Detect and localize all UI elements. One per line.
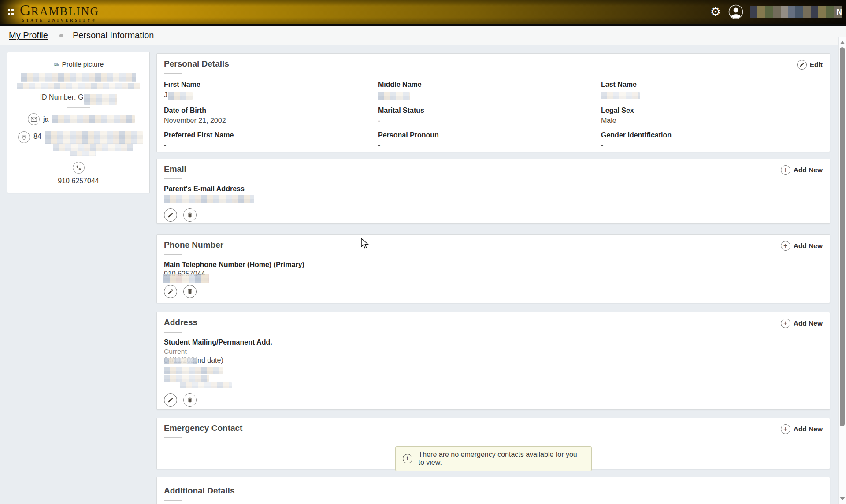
delete-phone-button[interactable]: [183, 285, 197, 298]
field-marital-status: Marital Status -: [378, 107, 601, 125]
field-gender-identification: Gender Identification -: [601, 131, 823, 149]
email-entry-actions: [164, 208, 823, 222]
profile-summary-card: Profile picture ID Number: G ja 84 910 6…: [7, 52, 150, 193]
phone-entry-actions: [164, 285, 823, 298]
grid-icon: [11, 9, 14, 11]
title-rule: [164, 178, 182, 179]
edit-phone-button[interactable]: [164, 285, 177, 298]
breadcrumb-current-page: Personal Information: [73, 30, 154, 41]
phone-head: Phone Number: [164, 240, 223, 255]
add-new-phone-button[interactable]: + Add New: [781, 241, 823, 251]
user-name-redacted[interactable]: N: [750, 6, 842, 18]
add-new-address-button[interactable]: + Add New: [781, 319, 823, 328]
redacted-parent-email: [164, 195, 254, 203]
add-new-label: Add New: [794, 425, 823, 433]
edit-address-button[interactable]: [164, 393, 177, 407]
address-entry-actions: [164, 393, 823, 407]
phone-entry-label: Main Telephone Number (Home) (Primary): [164, 261, 823, 269]
field-last-name: Last Name: [601, 81, 823, 100]
personal-details-head: Personal Details: [164, 59, 229, 74]
empty-state-text: There are no emergency contacts availabl…: [419, 451, 584, 467]
trash-icon: [187, 289, 193, 295]
breadcrumb: My Profile Personal Information: [0, 26, 846, 45]
title-rule: [164, 332, 182, 333]
add-new-emergency-contact-button[interactable]: + Add New: [781, 424, 823, 434]
redacted-name-line1: [21, 73, 136, 82]
date-hidden-text: 04/11/2021 (No e: [164, 356, 197, 364]
plus-icon: +: [781, 165, 790, 175]
redacted-first-name: [168, 92, 193, 100]
profile-id-line: ID Number: G: [13, 93, 144, 101]
phone-card: Phone Number + Add New Main Telephone Nu…: [156, 234, 830, 303]
grid-icon: [8, 13, 10, 15]
settings-button[interactable]: ⚙: [707, 3, 724, 21]
id-number-label: ID Number: G: [40, 93, 84, 101]
grid-icon: [8, 9, 10, 11]
redacted-address-value: [164, 367, 823, 388]
logo-wordmark: GRAMBLING: [20, 3, 99, 18]
section-title: Email: [164, 164, 186, 174]
scrollbar-up-arrow-icon[interactable]: [840, 41, 845, 44]
email-entry-label: Parent's E-mail Address: [164, 185, 823, 193]
profile-email-row: ja: [28, 113, 144, 125]
field-first-name: First Name J: [164, 81, 378, 100]
redacted-address-line2: [53, 144, 133, 151]
section-title: Address: [164, 318, 197, 327]
app-launcher-button[interactable]: [8, 9, 14, 15]
trash-icon: [187, 212, 193, 218]
email-head: Email: [164, 164, 186, 179]
map-pin-icon: [18, 131, 30, 143]
redacted-name-line2: [17, 83, 140, 89]
field-date-of-birth: Date of Birth November 21, 2002: [164, 107, 378, 125]
emergency-head: Emergency Contact: [164, 423, 242, 438]
section-title: Phone Number: [164, 240, 223, 250]
title-rule: [164, 254, 182, 255]
profile-photo-broken: Profile picture: [13, 60, 144, 68]
title-rule: [164, 437, 182, 438]
info-icon: i: [403, 454, 412, 463]
user-icon: [728, 4, 743, 19]
add-new-label: Add New: [794, 319, 823, 327]
redacted-address-block: [45, 131, 143, 156]
broken-image-icon: [53, 61, 61, 67]
delete-address-button[interactable]: [183, 393, 197, 407]
email-visible-prefix: ja: [43, 115, 48, 123]
add-new-label: Add New: [794, 166, 823, 174]
section-title: Personal Details: [164, 59, 229, 69]
breadcrumb-separator: [59, 34, 63, 37]
add-new-email-button[interactable]: + Add New: [781, 165, 823, 175]
breadcrumb-link-my-profile[interactable]: My Profile: [9, 30, 48, 41]
redacted-id-number: [84, 94, 117, 105]
phone-entry-value: 910 6257044: [164, 270, 823, 278]
edit-personal-details-button[interactable]: Edit: [797, 60, 823, 70]
pencil-icon: [167, 397, 174, 403]
edit-email-button[interactable]: [164, 208, 177, 222]
field-legal-sex: Legal Sex Male: [601, 107, 823, 125]
pencil-icon: [167, 212, 174, 218]
personal-details-grid: First Name J Middle Name Last Name Date …: [164, 81, 823, 149]
scrollbar-thumb[interactable]: [840, 47, 845, 426]
emergency-contact-card: Emergency Contact + Add New i There are …: [156, 418, 830, 469]
grid-icon: [11, 13, 14, 15]
profile-address-row: 84: [18, 131, 144, 156]
empty-state-message-box: i There are no emergency contacts availa…: [395, 446, 592, 471]
edit-label: Edit: [810, 61, 823, 69]
redacted-address-line3: [70, 151, 96, 156]
scrollbar-down-arrow-icon[interactable]: [840, 497, 845, 500]
app-header: GRAMBLING STATE UNIVERSITY® ⚙ N: [0, 0, 846, 24]
redacted-last-name: [601, 92, 640, 99]
profile-card-divider: [67, 107, 90, 108]
title-rule: [164, 73, 182, 74]
address-card: Address + Add New Student Mailing/Perman…: [156, 312, 830, 410]
gear-icon: ⚙: [710, 6, 721, 18]
pencil-icon: [797, 60, 807, 70]
plus-icon: +: [781, 241, 790, 251]
address-head: Address: [164, 318, 197, 333]
delete-email-button[interactable]: [183, 208, 197, 222]
address-visible-prefix: 84: [33, 133, 41, 141]
user-menu-button[interactable]: [726, 2, 746, 22]
field-personal-pronoun: Personal Pronoun -: [378, 131, 601, 149]
phone-icon: [73, 162, 85, 174]
vertical-scrollbar[interactable]: [838, 37, 846, 504]
profile-photo-alt-text: Profile picture: [62, 60, 104, 68]
